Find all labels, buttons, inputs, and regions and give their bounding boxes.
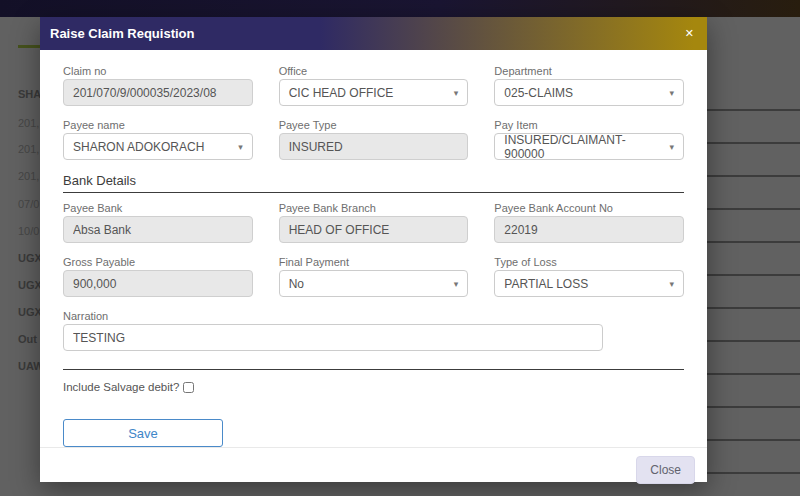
department-select-value: 025-CLAIMS [504,86,573,100]
payee-type-field: Payee Type [279,119,469,160]
department-select[interactable]: 025-CLAIMS ▾ [494,79,684,106]
type-of-loss-field: Type of Loss PARTIAL LOSS ▾ [494,256,684,297]
payee-bank-field: Payee Bank [63,202,253,243]
payee-bank-label: Payee Bank [63,202,253,214]
salvage-checkbox[interactable] [183,382,194,393]
type-of-loss-label: Type of Loss [494,256,684,268]
payee-name-label: Payee name [63,119,253,131]
chevron-down-icon: ▾ [669,142,674,152]
payee-name-select[interactable]: SHARON ADOKORACH ▾ [63,133,253,160]
narration-field: Narration [63,310,684,351]
close-button[interactable]: Close [636,456,695,484]
payee-name-field: Payee name SHARON ADOKORACH ▾ [63,119,253,160]
background-topbar [0,0,800,17]
gross-payable-field: Gross Payable [63,256,253,297]
background-text: 201, [18,117,39,129]
background-text: 07/0 [18,198,39,210]
final-payment-select[interactable]: No ▾ [279,270,469,297]
gross-payable-label: Gross Payable [63,256,253,268]
modal-footer: Close [40,447,707,492]
salvage-label: Include Salvage debit? [63,381,179,393]
background-text: UGX [18,306,42,318]
final-payment-field: Final Payment No ▾ [279,256,469,297]
raise-claim-requisition-modal: Raise Claim Requistion ✕ Claim no Office… [40,17,707,482]
pay-item-select[interactable]: INSURED/CLAIMANT-900000 ▾ [494,133,684,160]
background-table-rows [707,109,800,487]
office-select-value: CIC HEAD OFFICE [289,86,394,100]
background-text: UGX [18,252,42,264]
office-label: Office [279,65,469,77]
payee-bank-input [63,216,253,243]
payee-bank-branch-label: Payee Bank Branch [279,202,469,214]
chevron-down-icon: ▾ [454,279,459,289]
background-text: UGX [18,279,42,291]
payee-type-label: Payee Type [279,119,469,131]
type-of-loss-select[interactable]: PARTIAL LOSS ▾ [494,270,684,297]
narration-input[interactable] [63,324,603,351]
background-text: 201, [18,143,39,155]
pay-item-field: Pay Item INSURED/CLAIMANT-900000 ▾ [494,119,684,160]
chevron-down-icon: ▾ [454,88,459,98]
payee-bank-branch-field: Payee Bank Branch [279,202,469,243]
payee-bank-branch-input [279,216,469,243]
claim-no-field: Claim no [63,65,253,106]
chevron-down-icon: ▾ [238,142,243,152]
payee-type-input [279,133,469,160]
claim-no-label: Claim no [63,65,253,77]
close-icon[interactable]: ✕ [685,28,694,39]
payee-bank-account-field: Payee Bank Account No [494,202,684,243]
background-text: 201, [18,170,39,182]
pay-item-select-value: INSURED/CLAIMANT-900000 [504,133,663,161]
office-field: Office CIC HEAD OFFICE ▾ [279,65,469,106]
claim-no-input [63,79,253,106]
save-button[interactable]: Save [63,419,223,447]
narration-label: Narration [63,310,684,322]
modal-title: Raise Claim Requistion [50,26,194,41]
modal-body: Claim no Office CIC HEAD OFFICE ▾ Depart… [40,50,707,447]
gross-payable-input [63,270,253,297]
salvage-row: Include Salvage debit? [63,381,684,393]
final-payment-label: Final Payment [279,256,469,268]
chevron-down-icon: ▾ [669,279,674,289]
modal-header: Raise Claim Requistion ✕ [40,17,707,50]
background-text: Out [18,333,37,345]
payee-bank-account-input [494,216,684,243]
bank-details-heading: Bank Details [63,173,684,193]
final-payment-select-value: No [289,277,304,291]
type-of-loss-select-value: PARTIAL LOSS [504,277,588,291]
background-tab-indicator [18,45,40,48]
pay-item-label: Pay Item [494,119,684,131]
background-text: 10/0 [18,225,39,237]
background-text: SHA [18,88,41,100]
office-select[interactable]: CIC HEAD OFFICE ▾ [279,79,469,106]
payee-bank-account-label: Payee Bank Account No [494,202,684,214]
divider [63,369,684,370]
department-label: Department [494,65,684,77]
chevron-down-icon: ▾ [669,88,674,98]
department-field: Department 025-CLAIMS ▾ [494,65,684,106]
payee-name-select-value: SHARON ADOKORACH [73,140,204,154]
